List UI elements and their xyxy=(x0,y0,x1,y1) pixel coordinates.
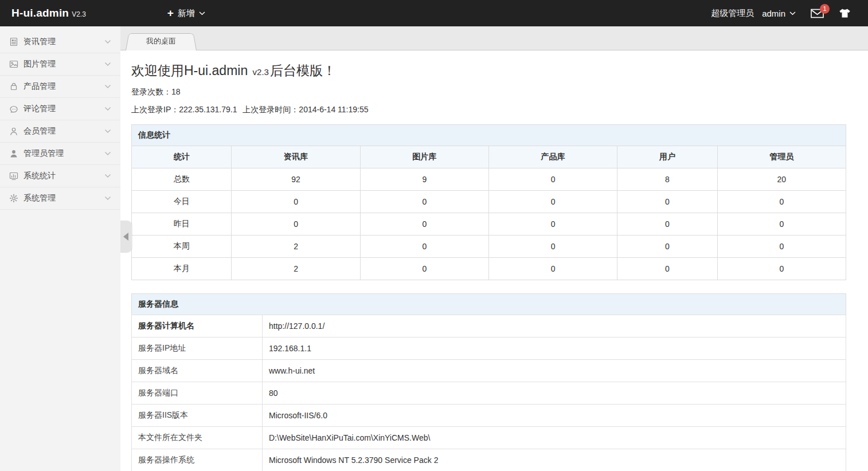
product-icon xyxy=(9,82,18,91)
chevron-down-icon xyxy=(104,107,111,111)
stats-cell: 0 xyxy=(617,236,717,258)
user-menu[interactable]: admin xyxy=(762,9,796,18)
sidebar: 资讯管理图片管理产品管理评论管理会员管理管理员管理系统统计系统管理 xyxy=(0,26,120,471)
page-title: 欢迎使用H-ui.admin v2.3后台模版！ xyxy=(131,62,846,80)
sidebar-collapse-handle[interactable] xyxy=(120,221,132,253)
login-count-line: 登录次数：18 xyxy=(131,87,846,97)
server-row-label: 服务器计算机名 xyxy=(132,315,263,337)
stats-row-label: 今日 xyxy=(132,191,232,213)
sidebar-item-label: 评论管理 xyxy=(24,104,104,114)
chevron-down-icon xyxy=(789,11,796,15)
stats-cell: 2 xyxy=(232,236,360,258)
server-row-label: 服务器端口 xyxy=(132,382,263,405)
main-area: 我的桌面 欢迎使用H-ui.admin v2.3后台模版！ 登录次数：18 上次… xyxy=(120,26,868,471)
stats-panel-title: 信息统计 xyxy=(131,124,846,146)
stats-cell: 20 xyxy=(717,168,846,191)
chevron-down-icon xyxy=(199,11,205,15)
user-role: 超级管理员 xyxy=(711,8,754,19)
title-prefix: 欢迎使用H-ui.admin xyxy=(131,63,248,78)
server-row-value: 192.168.1.1 xyxy=(263,337,846,360)
login-count-label: 登录次数： xyxy=(131,87,171,96)
server-panel-title: 服务器信息 xyxy=(131,293,846,315)
table-row: 本文件所在文件夹D:\WebSite\HanXiPuTai.com\XinYiC… xyxy=(132,427,846,449)
server-row-label: 服务器域名 xyxy=(132,360,263,382)
chevron-down-icon xyxy=(104,62,111,66)
stats-panel: 信息统计 统计资讯库图片库产品库用户管理员 总数9290820今日00000昨日… xyxy=(131,124,846,280)
table-row: 今日00000 xyxy=(132,191,846,213)
last-ip-label: 上次登录IP： xyxy=(131,105,179,114)
last-time-value: 2014-6-14 11:19:55 xyxy=(299,105,368,114)
sidebar-item-comment[interactable]: 评论管理 xyxy=(0,98,120,120)
stats-table: 统计资讯库图片库产品库用户管理员 总数9290820今日00000昨日00000… xyxy=(131,146,846,280)
server-row-label: 本文件所在文件夹 xyxy=(132,427,263,449)
brand-version: V2.3 xyxy=(72,10,86,18)
stats-cell: 0 xyxy=(488,213,617,236)
stats-cell: 0 xyxy=(488,168,617,191)
stats-row-label: 本周 xyxy=(132,236,232,258)
stats-cell: 0 xyxy=(360,213,488,236)
tab-bar: 我的桌面 xyxy=(120,26,868,50)
stats-column-header: 图片库 xyxy=(360,146,488,168)
stats-cell: 0 xyxy=(232,191,360,213)
server-panel: 服务器信息 服务器计算机名http://127.0.0.1/服务器IP地址192… xyxy=(131,293,846,471)
stats-cell: 0 xyxy=(717,191,846,213)
stats-column-header: 用户 xyxy=(617,146,717,168)
sidebar-item-label: 系统管理 xyxy=(24,193,104,203)
stats-cell: 0 xyxy=(488,236,617,258)
chevron-down-icon xyxy=(104,129,111,134)
table-row: 服务器IIS版本Microsoft-IIS/6.0 xyxy=(132,405,846,427)
picture-icon xyxy=(9,60,18,69)
gear-icon xyxy=(9,194,18,203)
sidebar-item-member[interactable]: 会员管理 xyxy=(0,120,120,143)
table-row: 服务器端口80 xyxy=(132,382,846,405)
stats-cell: 9 xyxy=(360,168,488,191)
stats-cell: 0 xyxy=(488,191,617,213)
username: admin xyxy=(762,9,785,18)
news-icon xyxy=(9,37,18,46)
server-row-value: D:\WebSite\HanXiPuTai.com\XinYiCMS.Web\ xyxy=(263,427,846,449)
server-row-value: 80 xyxy=(263,382,846,405)
last-time-label: 上次登录时间： xyxy=(243,105,299,114)
table-row: 服务器计算机名http://127.0.0.1/ xyxy=(132,315,846,337)
message-count-badge: 1 xyxy=(820,4,830,14)
sidebar-item-label: 产品管理 xyxy=(24,81,104,92)
sidebar-item-news[interactable]: 资讯管理 xyxy=(0,31,120,53)
stats-icon xyxy=(9,171,18,180)
messages-button[interactable]: 1 xyxy=(811,9,824,18)
stats-cell: 92 xyxy=(232,168,360,191)
stats-cell: 0 xyxy=(360,258,488,280)
sidebar-item-system[interactable]: 系统管理 xyxy=(0,187,120,210)
server-row-label: 服务器IP地址 xyxy=(132,337,263,360)
brand-logo[interactable]: H-ui.admin V2.3 xyxy=(11,7,86,19)
add-new-menu[interactable]: + 新增 xyxy=(167,8,205,19)
sidebar-item-label: 会员管理 xyxy=(24,126,104,136)
sidebar-item-stats[interactable]: 系统统计 xyxy=(0,165,120,187)
member-icon xyxy=(9,127,18,136)
topbar-right: 超级管理员 admin 1 xyxy=(711,8,851,19)
stats-cell: 0 xyxy=(360,191,488,213)
stats-cell: 0 xyxy=(617,258,717,280)
tab-my-desktop[interactable]: 我的桌面 xyxy=(126,32,197,50)
skin-button[interactable] xyxy=(839,8,851,18)
sidebar-item-label: 图片管理 xyxy=(24,59,104,69)
server-row-label: 服务器IIS版本 xyxy=(132,405,263,427)
server-row-value: Microsoft Windows NT 5.2.3790 Service Pa… xyxy=(263,449,846,471)
sidebar-item-product[interactable]: 产品管理 xyxy=(0,76,120,98)
sidebar-item-label: 系统统计 xyxy=(24,171,104,181)
sidebar-item-admin[interactable]: 管理员管理 xyxy=(0,143,120,165)
content: 欢迎使用H-ui.admin v2.3后台模版！ 登录次数：18 上次登录IP：… xyxy=(120,62,868,471)
comment-icon xyxy=(9,104,18,113)
stats-row-label: 总数 xyxy=(132,168,232,191)
sidebar-item-picture[interactable]: 图片管理 xyxy=(0,53,120,76)
stats-cell: 0 xyxy=(617,213,717,236)
stats-cell: 0 xyxy=(717,258,846,280)
title-version: v2.3 xyxy=(252,67,270,77)
chevron-down-icon xyxy=(104,40,111,44)
server-row-label: 服务器操作系统 xyxy=(132,449,263,471)
server-row-value: Microsoft-IIS/6.0 xyxy=(263,405,846,427)
tab-label: 我的桌面 xyxy=(126,32,197,50)
server-row-value: http://127.0.0.1/ xyxy=(263,315,846,337)
chevron-down-icon xyxy=(104,174,111,178)
last-ip-value: 222.35.131.79.1 xyxy=(179,105,237,114)
table-row: 服务器域名www.h-ui.net xyxy=(132,360,846,382)
